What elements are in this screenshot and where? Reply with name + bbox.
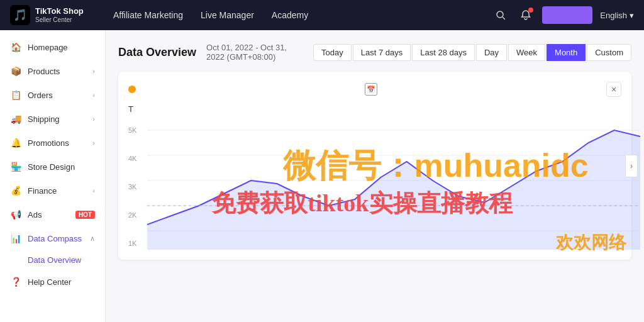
- nav-academy[interactable]: Academy: [272, 8, 308, 23]
- shipping-icon: 🚚: [10, 113, 21, 125]
- promotions-icon: 🔔: [10, 137, 21, 148]
- brand-name: TikTok Shop: [35, 7, 84, 16]
- filter-day[interactable]: Day: [476, 44, 507, 61]
- hot-badge: HOT: [75, 211, 95, 219]
- filter-buttons: Today Last 7 days Last 28 days Day Week …: [313, 44, 631, 61]
- filter-today[interactable]: Today: [313, 44, 352, 61]
- filter-month[interactable]: Month: [547, 44, 586, 61]
- page-title: Data Overview: [118, 46, 196, 59]
- top-navigation: 🎵 TikTok Shop Seller Center Affiliate Ma…: [0, 0, 644, 30]
- sidebar-sub-item-data-overview[interactable]: Data Overview: [28, 250, 105, 270]
- filter-last28[interactable]: Last 28 days: [412, 44, 475, 61]
- expand-arrow[interactable]: ›: [625, 155, 638, 177]
- sidebar-item-homepage[interactable]: 🏠 Homepage: [0, 35, 105, 59]
- sidebar-label-orders: Orders: [28, 91, 86, 100]
- chevron-down-icon: ▾: [630, 11, 634, 20]
- close-button[interactable]: ×: [606, 82, 621, 97]
- chevron-right-icon: ›: [92, 67, 95, 75]
- sidebar-item-store-design[interactable]: 🏪 Store Design: [0, 155, 105, 179]
- sidebar-item-products[interactable]: 📦 Products ›: [0, 59, 105, 83]
- svg-line-1: [502, 17, 505, 19]
- logo-text: TikTok Shop Seller Center: [35, 7, 84, 23]
- sidebar-label-store-design: Store Design: [28, 162, 95, 172]
- nav-right: English ▾: [492, 6, 634, 24]
- sidebar-label-finance: Finance: [28, 186, 86, 196]
- orders-icon: 📋: [10, 89, 21, 101]
- notification-badge: [528, 8, 533, 13]
- chart-top-bar: 📅 ×: [128, 82, 621, 97]
- filter-last7[interactable]: Last 7 days: [353, 44, 411, 61]
- finance-icon: 💰: [10, 185, 21, 196]
- filter-custom[interactable]: Custom: [587, 44, 631, 61]
- y-axis-labels: 5K 4K 3K 2K 1K: [128, 124, 136, 250]
- sidebar-label-promotions: Promotions: [28, 138, 86, 148]
- sidebar-item-finance[interactable]: 💰 Finance ›: [0, 179, 105, 203]
- sidebar-label-homepage: Homepage: [28, 43, 95, 52]
- sidebar-label-shipping: Shipping: [28, 114, 86, 124]
- tiktok-icon: 🎵: [10, 5, 30, 25]
- svg-point-0: [497, 11, 503, 18]
- y-label-3k: 3K: [128, 183, 136, 191]
- y-label-4k: 4K: [128, 155, 136, 162]
- data-compass-icon: 📊: [10, 233, 21, 244]
- calendar-icon[interactable]: 📅: [365, 83, 377, 96]
- metric-dot: [128, 86, 136, 93]
- chevron-right-icon: ›: [92, 187, 95, 194]
- y-label-5k: 5K: [128, 126, 136, 134]
- chevron-right-icon: ›: [92, 139, 95, 147]
- sidebar-item-data-compass[interactable]: 📊 Data Compass ∧: [0, 226, 105, 250]
- sub-item-label: Data Overview: [28, 255, 81, 265]
- line-chart-svg: [147, 124, 640, 250]
- products-icon: 📦: [10, 65, 21, 77]
- main-content: Data Overview Oct 01, 2022 - Oct 31, 202…: [106, 30, 644, 322]
- page-header: Data Overview Oct 01, 2022 - Oct 31, 202…: [118, 43, 631, 62]
- home-icon: 🏠: [10, 42, 21, 53]
- sidebar-item-shipping[interactable]: 🚚 Shipping ›: [0, 107, 105, 131]
- sidebar-item-ads[interactable]: 📢 Ads HOT: [0, 203, 105, 226]
- brand-sub: Seller Center: [35, 16, 84, 23]
- language-selector[interactable]: English ▾: [600, 11, 634, 20]
- y-label-1k: 1K: [128, 240, 136, 247]
- main-layout: 🏠 Homepage 📦 Products › 📋 Orders › 🚚 Shi…: [0, 30, 644, 322]
- filter-week[interactable]: Week: [508, 44, 545, 61]
- chart-area: 5K 4K 3K 2K 1K: [128, 124, 621, 250]
- chart-label: T: [128, 104, 133, 114]
- chevron-right-icon: ›: [92, 91, 95, 99]
- y-label-2k: 2K: [128, 211, 136, 219]
- sidebar: 🏠 Homepage 📦 Products › 📋 Orders › 🚚 Shi…: [0, 30, 106, 322]
- chart-container: 📅 × T 微信号：muhuanidc 免费获取tiktok实操直播教程 欢欢网…: [118, 72, 631, 260]
- logo: 🎵 TikTok Shop Seller Center: [10, 5, 98, 25]
- date-range: Oct 01, 2022 - Oct 31, 2022 (GMT+08:00): [206, 43, 303, 62]
- store-design-icon: 🏪: [10, 161, 21, 172]
- nav-links: Affiliate Marketing Live Manager Academy: [113, 8, 477, 23]
- nav-live-manager[interactable]: Live Manager: [201, 8, 254, 23]
- sidebar-item-promotions[interactable]: 🔔 Promotions ›: [0, 131, 105, 155]
- chart-area-fill: [147, 130, 640, 250]
- lang-label: English: [600, 11, 627, 20]
- help-icon: ❓: [10, 276, 21, 287]
- nav-affiliate-marketing[interactable]: Affiliate Marketing: [113, 8, 183, 23]
- chevron-right-icon: ›: [92, 115, 95, 123]
- ads-icon: 📢: [10, 209, 21, 220]
- chevron-down-icon: ∧: [90, 235, 95, 243]
- sidebar-label-data-compass: Data Compass: [28, 234, 84, 243]
- sidebar-item-orders[interactable]: 📋 Orders ›: [0, 83, 105, 107]
- search-icon[interactable]: [492, 6, 509, 24]
- sidebar-sub-data-compass: Data Overview: [0, 250, 105, 270]
- sidebar-label-ads: Ads: [28, 210, 67, 219]
- sidebar-label-products: Products: [28, 67, 86, 76]
- avatar[interactable]: [542, 6, 592, 24]
- sidebar-label-help: Help Center: [28, 277, 95, 287]
- notification-bell-icon[interactable]: [517, 6, 535, 24]
- sidebar-item-help-center[interactable]: ❓ Help Center: [0, 270, 105, 294]
